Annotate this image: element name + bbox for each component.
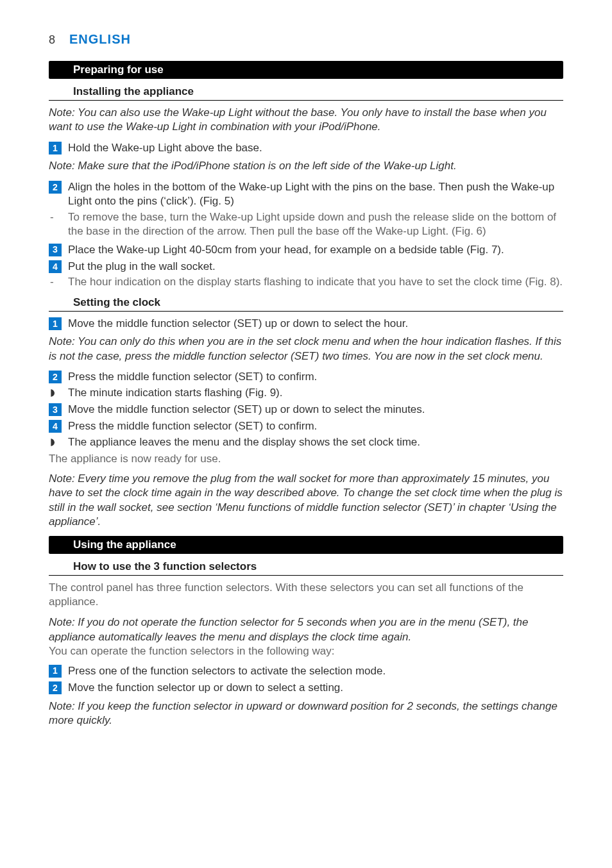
language-label: ENGLISH: [69, 32, 131, 47]
note-clock-2: Note: Every time you remove the plug fro…: [49, 472, 563, 530]
step-text: Press the middle function selector (SET)…: [68, 419, 317, 433]
note-install-2: Note: Make sure that the iPod/iPhone sta…: [49, 159, 563, 173]
arrow-text: The minute indication starts flashing (F…: [68, 386, 282, 400]
page-number: 8: [49, 33, 55, 47]
step-number-icon: 1: [49, 142, 62, 154]
step-install-1: 1 Hold the Wake-up Light above the base.: [49, 141, 563, 155]
step-number-icon: 1: [49, 665, 62, 678]
page-header: 8 ENGLISH: [49, 32, 563, 47]
subheading-setting-clock: Setting the clock: [49, 294, 563, 312]
step-number-icon: 4: [49, 420, 62, 433]
step-install-2: 2 Align the holes in the bottom of the W…: [49, 180, 563, 209]
arrow-text: The appliance leaves the menu and the di…: [68, 435, 420, 449]
note-clock-1: Note: You can only do this when you are …: [49, 335, 563, 363]
step-clock-2: 2 Press the middle function selector (SE…: [49, 370, 563, 384]
step-text: Move the middle function selector (SET) …: [68, 403, 425, 417]
step-text: Move the function selector up or down to…: [68, 681, 343, 695]
step-how-to-1: 1 Press one of the function selectors to…: [49, 664, 563, 678]
clock-ready-text: The appliance is now ready for use.: [49, 452, 563, 466]
step-install-3: 3 Place the Wake-up Light 40-50cm from y…: [49, 243, 563, 257]
how-to-operate: You can operate the function selectors i…: [49, 644, 563, 658]
step-number-icon: 3: [49, 403, 62, 416]
step-clock-3: 3 Move the middle function selector (SET…: [49, 403, 563, 417]
step-text: Put the plug in the wall socket.: [68, 260, 216, 274]
step-number-icon: 2: [49, 371, 62, 383]
step-text: Align the holes in the bottom of the Wak…: [68, 180, 563, 209]
step-text: Place the Wake-up Light 40-50cm from you…: [68, 243, 504, 257]
step-clock-4: 4 Press the middle function selector (SE…: [49, 419, 563, 433]
step-text: Press the middle function selector (SET)…: [68, 370, 317, 384]
note-how-to-2: Note: If you keep the function selector …: [49, 699, 563, 728]
section-bar-preparing: Preparing for use: [49, 61, 563, 79]
dash-icon: -: [50, 275, 62, 289]
step-clock-4-arrow: ◗ The appliance leaves the menu and the …: [49, 435, 563, 449]
step-text: Move the middle function selector (SET) …: [68, 317, 408, 331]
step-install-4-dash: - The hour indication on the display sta…: [49, 275, 563, 289]
step-text: Hold the Wake-up Light above the base.: [68, 141, 262, 155]
dash-text: The hour indication on the display start…: [68, 275, 563, 289]
step-number-icon: 1: [49, 317, 62, 330]
step-number-icon: 2: [49, 681, 62, 694]
subheading-how-to: How to use the 3 function selectors: [49, 558, 563, 576]
arrow-icon: ◗: [50, 386, 60, 400]
step-install-4: 4 Put the plug in the wall socket.: [49, 260, 563, 274]
step-number-icon: 3: [49, 244, 62, 256]
step-how-to-2: 2 Move the function selector up or down …: [49, 681, 563, 695]
step-clock-2-arrow: ◗ The minute indication starts flashing …: [49, 386, 563, 400]
arrow-icon: ◗: [50, 435, 60, 449]
section-bar-using: Using the appliance: [49, 536, 563, 554]
step-text: Press one of the function selectors to a…: [68, 664, 386, 678]
how-to-intro: The control panel has three function sel…: [49, 581, 563, 610]
dash-icon: -: [50, 210, 62, 239]
dash-text: To remove the base, turn the Wake-up Lig…: [68, 210, 563, 239]
step-number-icon: 4: [49, 260, 62, 273]
step-number-icon: 2: [49, 181, 62, 194]
page-container: 8 ENGLISH Preparing for use Installing t…: [0, 0, 612, 868]
note-how-to-1: Note: If you do not operate the function…: [49, 615, 563, 644]
step-install-2-dash: - To remove the base, turn the Wake-up L…: [49, 210, 563, 239]
note-install-1: Note: You can also use the Wake-up Light…: [49, 106, 563, 135]
step-clock-1: 1 Move the middle function selector (SET…: [49, 317, 563, 331]
subheading-installing: Installing the appliance: [49, 83, 563, 101]
